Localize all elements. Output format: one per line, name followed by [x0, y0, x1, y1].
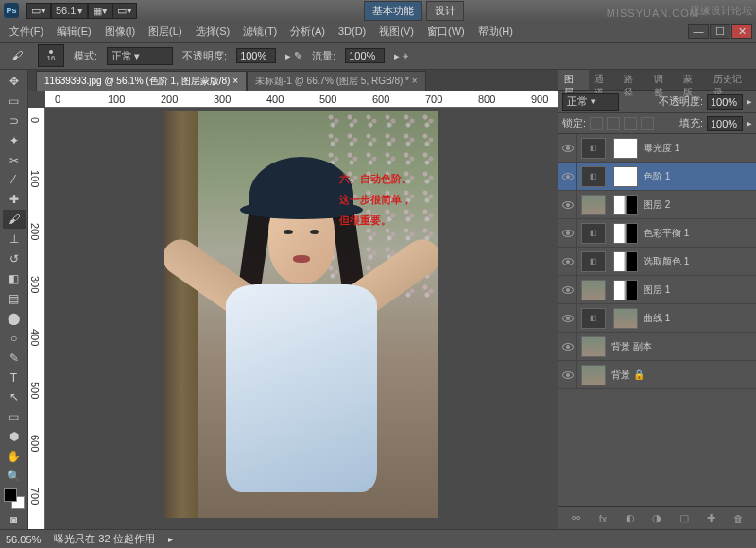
- quickmask-toggle[interactable]: ◙: [3, 510, 26, 529]
- workspace-basic-button[interactable]: 基本功能: [364, 1, 422, 21]
- layer-mask-icon[interactable]: ◐: [623, 511, 638, 526]
- layer-thumb[interactable]: [581, 280, 606, 300]
- adjustment-layer-icon[interactable]: ◑: [649, 511, 664, 526]
- workspace-design-button[interactable]: 设计: [426, 1, 464, 21]
- mask-thumb[interactable]: [613, 138, 638, 159]
- mask-thumb[interactable]: [613, 223, 638, 244]
- visibility-toggle[interactable]: [558, 248, 577, 275]
- layer-row[interactable]: ◧色彩平衡 1: [558, 219, 756, 248]
- visibility-toggle[interactable]: [558, 219, 577, 247]
- lock-transparent-icon[interactable]: [590, 117, 603, 130]
- visibility-toggle[interactable]: [558, 304, 577, 332]
- close-button[interactable]: ✕: [731, 24, 752, 39]
- 3d-tool[interactable]: ⬢: [3, 427, 26, 446]
- layer-name[interactable]: 曲线 1: [642, 312, 756, 325]
- eraser-tool[interactable]: ◧: [3, 269, 26, 288]
- layer-row[interactable]: 图层 1: [558, 276, 756, 304]
- lock-all-icon[interactable]: [641, 117, 654, 130]
- current-tool-icon[interactable]: 🖌: [6, 46, 28, 65]
- layer-name[interactable]: 色彩平衡 1: [642, 227, 756, 240]
- minimize-button[interactable]: —: [688, 24, 709, 39]
- crop-tool[interactable]: ✂: [3, 151, 26, 170]
- brush-preset[interactable]: 16: [38, 44, 64, 67]
- layer-name[interactable]: 色阶 1: [642, 170, 756, 183]
- gradient-tool[interactable]: ▤: [3, 289, 26, 308]
- delete-layer-icon[interactable]: 🗑: [731, 511, 747, 526]
- layer-name[interactable]: 选取颜色 1: [642, 255, 756, 268]
- brush-tool[interactable]: 🖌: [3, 210, 26, 229]
- history-brush-tool[interactable]: ↺: [3, 249, 26, 268]
- visibility-toggle[interactable]: [558, 191, 577, 218]
- visibility-toggle[interactable]: [558, 333, 577, 360]
- doc-tab-1[interactable]: 11639393.jpg @ 56.1% (色阶 1, 图层蒙版/8) ×: [36, 71, 247, 91]
- layer-name[interactable]: 背景 🔒: [610, 368, 756, 382]
- path-tool[interactable]: ↖: [3, 388, 26, 407]
- tab-history[interactable]: 历史记录: [708, 70, 756, 90]
- layer-thumb[interactable]: [581, 336, 606, 357]
- tab-paths[interactable]: 路径: [618, 70, 648, 90]
- screen-dropdown[interactable]: ▭▾: [112, 3, 137, 19]
- visibility-toggle[interactable]: [558, 361, 577, 388]
- layer-name[interactable]: 图层 1: [642, 283, 756, 297]
- arrange-dropdown[interactable]: ▦▾: [88, 3, 112, 19]
- shape-tool[interactable]: ▭: [3, 407, 26, 426]
- menu-filter[interactable]: 滤镜(T): [237, 23, 283, 41]
- visibility-toggle[interactable]: [558, 276, 577, 303]
- menu-help[interactable]: 帮助(H): [472, 23, 519, 41]
- menu-analysis[interactable]: 分析(A): [284, 23, 331, 41]
- pen-tool[interactable]: ✎: [3, 349, 26, 368]
- maximize-button[interactable]: ☐: [710, 24, 730, 39]
- panel-opacity-input[interactable]: 100%: [707, 94, 743, 110]
- tab-layers[interactable]: 图层: [558, 70, 589, 90]
- lasso-tool[interactable]: ⊃: [3, 111, 26, 130]
- layer-thumb[interactable]: ◧: [581, 138, 606, 159]
- layer-thumb[interactable]: [581, 195, 606, 215]
- stamp-tool[interactable]: ⊥: [3, 230, 26, 248]
- visibility-toggle[interactable]: [558, 134, 577, 162]
- mask-thumb[interactable]: [613, 308, 638, 329]
- menu-3d[interactable]: 3D(D): [333, 24, 371, 39]
- menu-window[interactable]: 窗口(W): [421, 23, 471, 41]
- layer-name[interactable]: 背景 副本: [610, 340, 756, 353]
- zoom-dropdown[interactable]: 56.1 ▾: [51, 3, 88, 19]
- opacity-flyout-icon[interactable]: ▸ ✎: [285, 50, 302, 62]
- view-dropdown[interactable]: ▭▾: [26, 3, 51, 19]
- layer-thumb[interactable]: ◧: [581, 251, 606, 272]
- menu-edit[interactable]: 编辑(E): [51, 23, 97, 41]
- menu-select[interactable]: 选择(S): [190, 23, 236, 41]
- canvas-viewport[interactable]: 六、自动色阶。 这一步很简单， 但很重要。: [45, 108, 558, 529]
- blend-mode-select[interactable]: 正常 ▾: [562, 93, 619, 111]
- zoom-tool[interactable]: 🔍: [3, 467, 26, 486]
- mask-thumb[interactable]: [613, 166, 638, 187]
- move-tool[interactable]: ✥: [3, 72, 26, 91]
- layer-row[interactable]: ◧选取颜色 1: [558, 248, 756, 276]
- lock-position-icon[interactable]: [624, 117, 637, 130]
- marquee-tool[interactable]: ▭: [3, 92, 26, 111]
- blur-tool[interactable]: ⬤: [3, 309, 26, 328]
- mode-select[interactable]: 正常 ▾: [107, 47, 173, 65]
- layer-name[interactable]: 曝光度 1: [642, 142, 756, 155]
- link-layers-icon[interactable]: ⚯: [568, 511, 583, 526]
- menu-view[interactable]: 视图(V): [373, 23, 420, 41]
- menu-file[interactable]: 文件(F): [4, 23, 49, 41]
- eyedropper-tool[interactable]: ⁄: [3, 171, 26, 190]
- fill-input[interactable]: 100%: [707, 116, 743, 131]
- layer-row[interactable]: 背景 副本: [558, 333, 756, 361]
- tab-mask[interactable]: 蒙版: [678, 70, 708, 90]
- menu-layer[interactable]: 图层(L): [143, 23, 187, 41]
- new-layer-icon[interactable]: ✚: [704, 511, 719, 526]
- visibility-toggle[interactable]: [558, 163, 577, 190]
- layer-row[interactable]: ◧色阶 1: [558, 163, 756, 191]
- layer-thumb[interactable]: ◧: [581, 166, 606, 187]
- layer-row[interactable]: 图层 2: [558, 191, 756, 219]
- layer-name[interactable]: 图层 2: [642, 198, 756, 212]
- layer-row[interactable]: ◧曝光度 1: [558, 134, 756, 163]
- mask-thumb[interactable]: [613, 280, 638, 300]
- dodge-tool[interactable]: ○: [3, 329, 26, 348]
- mask-thumb[interactable]: [613, 195, 638, 215]
- group-icon[interactable]: ▢: [677, 511, 692, 526]
- layer-fx-icon[interactable]: fx: [595, 511, 610, 526]
- layer-row[interactable]: 背景 🔒: [558, 361, 756, 389]
- mask-thumb[interactable]: [613, 251, 638, 272]
- opacity-input[interactable]: 100%: [236, 48, 276, 63]
